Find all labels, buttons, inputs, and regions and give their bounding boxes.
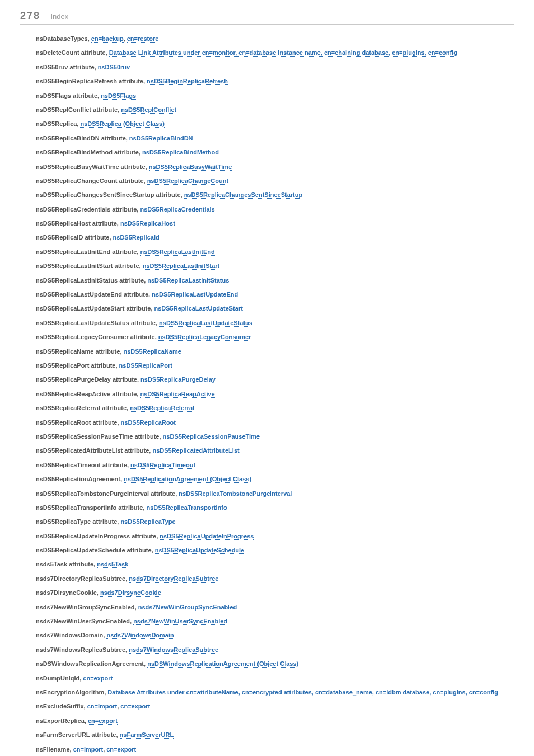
index-link[interactable]: cn=export: [88, 717, 118, 725]
index-link[interactable]: nsDS5ReplicaPurgeDelay: [140, 376, 216, 383]
index-entry: nsDS5ReplicaSessionPauseTime attribute, …: [36, 433, 514, 441]
index-text: nsDS5ReplicaBindDN attribute,: [36, 135, 129, 142]
index-link[interactable]: nsds7DirectoryReplicaSubtree: [129, 575, 218, 583]
index-link[interactable]: cn=import: [73, 746, 103, 753]
index-entry: nsDS5ReplicaUpdateSchedule attribute, ns…: [36, 546, 514, 555]
index-link[interactable]: nsDS5ReplicationAgreement (Object Class): [124, 476, 251, 483]
index-link[interactable]: nsDS5Replica (Object Class): [80, 120, 164, 128]
index-entry: nsDS5ReplicatedAttributeList attribute, …: [36, 447, 514, 455]
index-link[interactable]: nsDS5ReplicaTimeout: [130, 462, 195, 469]
index-entry: nsDatabaseTypes, cn=backup, cn=restore: [36, 35, 514, 43]
index-link[interactable]: cn=restore: [127, 35, 159, 43]
index-entry: nsDS5ReplicaCredentials attribute, nsDS5…: [36, 205, 514, 214]
index-link[interactable]: nsDSWindowsReplicationAgreement (Object …: [147, 660, 298, 668]
index-link[interactable]: nsds7NewWinUserSyncEnabled: [133, 618, 227, 625]
index-text: nsds7NewWinGroupSyncEnabled,: [36, 604, 138, 611]
index-link[interactable]: nsDS5ReplicaLastUpdateStatus: [159, 320, 252, 327]
index-link[interactable]: nsDS50ruv: [98, 64, 130, 71]
index-text: nsds7DirsyncCookie,: [36, 589, 100, 596]
index-entry: nsds7WindowsReplicaSubtree, nsds7Windows…: [36, 646, 514, 654]
index-text: nsDS5Replica,: [36, 120, 80, 127]
index-entry: nsDS5ReplicaLastUpdateStart attribute, n…: [36, 304, 514, 313]
index-link[interactable]: Database Attributes under cn=attributeNa…: [107, 689, 498, 696]
index-link[interactable]: nsDS5BeginReplicaRefresh: [147, 78, 228, 85]
index-entry: nsDS5Flags attribute, nsDS5Flags: [36, 92, 514, 100]
index-link[interactable]: nsDS5ReplicaName: [124, 348, 181, 355]
index-link[interactable]: nsDS5ReplicaReapActive: [140, 391, 214, 398]
index-link[interactable]: nsDS5ReplicaLastUpdateEnd: [152, 291, 238, 298]
index-link[interactable]: nsDS5ReplicaLastUpdateStart: [154, 305, 243, 312]
index-link[interactable]: nsDS5ReplicaLegacyConsumer: [158, 334, 251, 341]
index-text: nsDS5ReplicaUpdateSchedule attribute,: [36, 547, 155, 553]
index-text: nsEncryptionAlgorithm,: [36, 689, 107, 696]
index-entry: nsDS5BeginReplicaRefresh attribute, nsDS…: [36, 77, 514, 86]
index-link[interactable]: nsDS5ReplicaLastInitStart: [143, 262, 220, 270]
index-entry: nsDSWindowsReplicationAgreement, nsDSWin…: [36, 660, 514, 668]
index-entry: nsDS5ReplicaTimeout attribute, nsDS5Repl…: [36, 461, 514, 469]
index-entry: nsds7DirectoryReplicaSubtree, nsds7Direc…: [36, 575, 514, 583]
index-link[interactable]: nsDS5ReplicaChangeCount: [147, 177, 228, 185]
index-link[interactable]: cn=export: [106, 746, 136, 753]
index-link[interactable]: nsDS5ReplicaReferral: [130, 405, 194, 412]
index-link[interactable]: nsDS5ReplicaLastInitStatus: [147, 277, 229, 284]
index-text: nsDS5Flags attribute,: [36, 92, 101, 99]
index-text: nsDS5ReplicaRoot attribute,: [36, 419, 121, 426]
index-link[interactable]: nsds7NewWinGroupSyncEnabled: [138, 604, 237, 611]
index-text: nsDS5ReplicaLastInitStatus attribute,: [36, 277, 147, 284]
index-text: nsDS5ReplicaChangeCount attribute,: [36, 177, 147, 184]
index-link[interactable]: nsds7WindowsReplicaSubtree: [129, 646, 218, 654]
index-link[interactable]: cn=export: [83, 675, 113, 682]
index-entry: nsDS5ReplicaReferral attribute, nsDS5Rep…: [36, 404, 514, 412]
index-entry: nsds5Task attribute, nsds5Task: [36, 560, 514, 569]
index-link[interactable]: nsDS5ReplicatedAttributeList: [152, 447, 239, 454]
index-entry: nsDS5ReplicaLastUpdateStatus attribute, …: [36, 319, 514, 327]
index-link[interactable]: nsDS5ReplicaPort: [119, 362, 172, 369]
index-link[interactable]: nsDS5ReplicaRoot: [121, 419, 176, 426]
index-text: nsds7WindowsReplicaSubtree,: [36, 646, 129, 653]
index-link[interactable]: nsDS5ReplicaBusyWaitTime: [149, 163, 232, 171]
index-link[interactable]: nsds7DirsyncCookie: [100, 589, 161, 597]
index-link[interactable]: nsDS5ReplicaId: [113, 234, 160, 241]
index-text: nsDS5ReplicaTransportInfo attribute,: [36, 504, 146, 511]
index-link[interactable]: nsDS5ReplicaType: [120, 518, 175, 525]
index-text: nsds5Task attribute,: [36, 561, 97, 567]
index-link[interactable]: nsDS5ReplicaUpdateSchedule: [155, 547, 245, 554]
index-link[interactable]: Database Link Attributes under cn=monito…: [109, 49, 457, 57]
index-link[interactable]: nsDS5ReplicaBindMethod: [142, 149, 219, 156]
index-text: nsds7DirectoryReplicaSubtree,: [36, 575, 129, 582]
index-link[interactable]: nsDS5ReplicaChangesSentSinceStartup: [184, 191, 303, 199]
index-link[interactable]: nsDS5ReplicaUpdateInProgress: [160, 533, 254, 540]
index-text: nsDS5ReplicaPort attribute,: [36, 362, 119, 369]
index-link[interactable]: nsDS5ReplicaLastInitEnd: [140, 248, 214, 256]
index-link[interactable]: nsDS5ReplConflict: [121, 106, 176, 114]
index-link[interactable]: nsDS5ReplicaSessionPauseTime: [163, 433, 260, 440]
index-link[interactable]: nsDS5Flags: [101, 92, 136, 100]
index-text: nsDumpUniqId,: [36, 675, 83, 682]
index-link[interactable]: cn=import: [87, 703, 117, 710]
index-entry: nsDS5ReplicaBusyWaitTime attribute, nsDS…: [36, 163, 514, 171]
index-link[interactable]: nsDS5ReplicaTombstonePurgeInterval: [179, 490, 292, 497]
index-entry: nsDumpUniqId, cn=export: [36, 674, 514, 683]
index-link[interactable]: nsDS5ReplicaCredentials: [140, 206, 214, 213]
index-text: nsds7NewWinUserSyncEnabled,: [36, 618, 133, 624]
index-link[interactable]: cn=backup: [91, 35, 124, 43]
index-link[interactable]: nsFarmServerURL: [120, 731, 174, 739]
index-entry: nsDS5ReplicaTransportInfo attribute, nsD…: [36, 504, 514, 512]
index-text: nsds7WindowsDomain,: [36, 632, 106, 638]
index-text: nsDS5ReplicaLastInitEnd attribute,: [36, 248, 140, 255]
index-entry: nsEncryptionAlgorithm, Database Attribut…: [36, 688, 514, 697]
index-link[interactable]: nsds5Task: [97, 561, 128, 568]
index-link[interactable]: cn=export: [120, 703, 150, 710]
index-link[interactable]: nsDS5ReplicaTransportInfo: [146, 504, 227, 511]
index-entry: nsDS5ReplicaBindMethod attribute, nsDS5R…: [36, 148, 514, 157]
index-link[interactable]: nsds7WindowsDomain: [106, 632, 174, 639]
index-entry: nsFilename, cn=import, cn=export: [36, 745, 514, 754]
page-number: 278: [20, 10, 40, 22]
index-entry: nsDS5ReplicaReapActive attribute, nsDS5R…: [36, 390, 514, 398]
index-link[interactable]: nsDS5ReplicaHost: [120, 220, 175, 227]
index-text: nsDS5ReplicaID attribute,: [36, 234, 113, 241]
index-text: nsDSWindowsReplicationAgreement,: [36, 660, 147, 667]
index-text: nsDS5ReplConflict attribute,: [36, 106, 121, 113]
index-entry: nsDS5ReplicaLastInitStart attribute, nsD…: [36, 262, 514, 270]
index-link[interactable]: nsDS5ReplicaBindDN: [129, 135, 193, 142]
